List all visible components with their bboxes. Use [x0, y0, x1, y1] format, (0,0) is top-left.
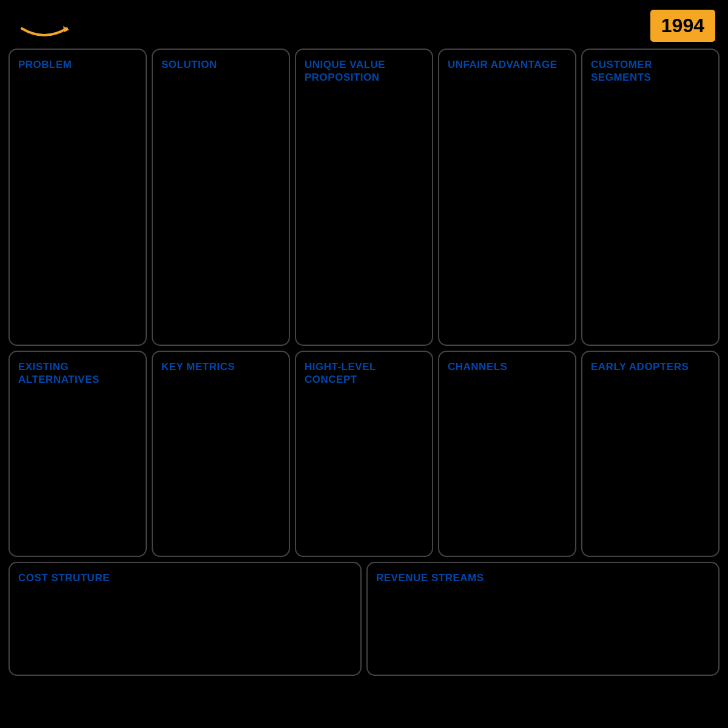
cell-early-adopters-title: EARLY ADOPTERS: [591, 360, 689, 373]
cell-unfair-advantage: UNFAIR ADVANTAGE: [438, 49, 576, 346]
cell-existing-alternatives: EXISTING ALTERNATIVES: [8, 351, 147, 557]
main-grid: PROBLEM SOLUTION UNIQUE VALUE PROPOSITIO…: [0, 49, 728, 681]
cell-hlc-title: HIGHT-LEVEL CONCEPT: [305, 360, 423, 386]
cell-channels: CHANNELS: [438, 351, 576, 557]
cell-channels-title: CHANNELS: [448, 360, 507, 373]
cell-unique-value-proposition: UNIQUE VALUE PROPOSITION: [295, 49, 433, 346]
cell-revenue-streams: REVENUE STREAMS: [366, 562, 720, 676]
cell-ua-title: UNFAIR ADVANTAGE: [448, 58, 558, 71]
grid-bottom: COST STRUTURE REVENUE STREAMS: [8, 562, 720, 676]
cell-solution: SOLUTION: [152, 49, 290, 346]
amazon-logo: [11, 10, 78, 41]
cell-cost-structure: COST STRUTURE: [8, 562, 362, 676]
cell-ea-title: EXISTING ALTERNATIVES: [18, 360, 137, 386]
cell-key-metrics: KEY METRICS: [152, 351, 290, 557]
cell-cost-title: COST STRUTURE: [18, 571, 110, 584]
top-bar: 1994: [0, 0, 728, 49]
cell-cs-title: CUSTOMER SEGMENTS: [591, 58, 710, 84]
grid-middle: EXISTING ALTERNATIVES KEY METRICS HIGHT-…: [8, 351, 720, 557]
grid-top: PROBLEM SOLUTION UNIQUE VALUE PROPOSITIO…: [8, 49, 720, 346]
cell-km-title: KEY METRICS: [161, 360, 235, 373]
cell-solution-title: SOLUTION: [161, 58, 217, 71]
cell-hight-level-concept: HIGHT-LEVEL CONCEPT: [295, 351, 433, 557]
cell-uvp-title: UNIQUE VALUE PROPOSITION: [305, 58, 423, 84]
cell-early-adopters: EARLY ADOPTERS: [581, 351, 720, 557]
cell-customer-segments: CUSTOMER SEGMENTS: [581, 49, 720, 346]
cell-problem-title: PROBLEM: [18, 58, 72, 71]
cell-problem: PROBLEM: [8, 49, 147, 346]
year-badge: 1994: [649, 8, 717, 44]
cell-revenue-title: REVENUE STREAMS: [376, 571, 484, 584]
